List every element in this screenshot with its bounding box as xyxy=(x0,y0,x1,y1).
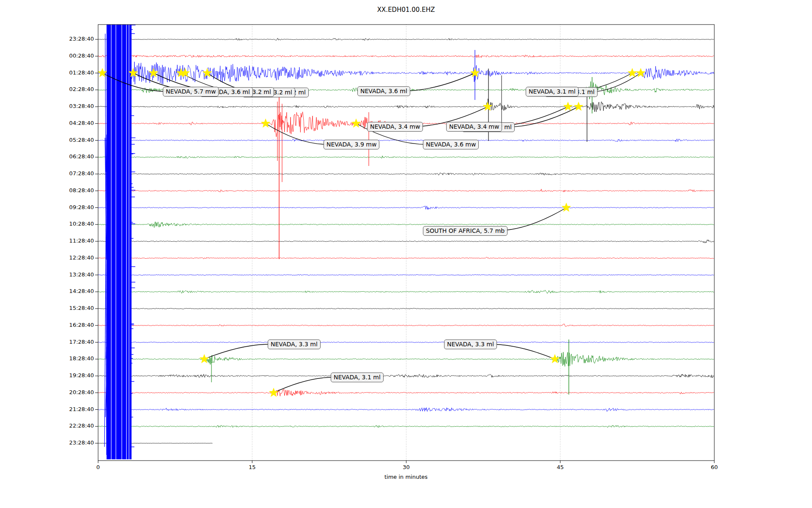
event-star xyxy=(351,119,361,128)
trace-row xyxy=(98,189,714,192)
time-label: 11:28:40 xyxy=(26,237,94,244)
x-tick-label: 0 xyxy=(81,464,115,470)
event-label: NEVADA, 3.6 ml xyxy=(357,86,410,96)
time-label: 08:28:40 xyxy=(26,187,94,193)
event-label: SOUTH OF AFRICA, 5.7 mb xyxy=(423,226,508,236)
trace-row xyxy=(98,62,714,84)
time-label: 06:28:40 xyxy=(26,153,94,160)
event-label: NEVADA, 3.1 ml xyxy=(331,373,384,382)
event-star xyxy=(261,119,271,128)
time-label: 16:28:40 xyxy=(26,322,94,328)
trace-row xyxy=(98,352,714,367)
trace-row xyxy=(98,222,714,228)
time-label: 18:28:40 xyxy=(26,355,94,362)
event-label: NEVADA, 3.6 mw xyxy=(423,140,479,149)
event-star xyxy=(636,68,646,77)
helicorder-window: XX.EDH01.00.EHZ 23:28:4000:28:4001:28:40… xyxy=(0,0,812,508)
x-tick-label: 15 xyxy=(235,464,269,470)
time-label: 15:28:40 xyxy=(26,305,94,311)
time-label: 21:28:40 xyxy=(26,406,94,412)
trace-row xyxy=(98,389,714,396)
x-tick-label: 30 xyxy=(390,464,423,470)
time-label: 00:28:40 xyxy=(26,52,94,59)
time-label: 02:28:40 xyxy=(26,86,94,92)
event-label: NEVADA, 3.3 ml xyxy=(268,340,321,349)
event-star xyxy=(269,388,279,397)
trace-row xyxy=(98,139,714,142)
helicorder-plot xyxy=(0,0,812,508)
event-star xyxy=(574,102,584,111)
trace-row xyxy=(98,342,714,343)
time-label: 23:28:40 xyxy=(26,36,94,42)
trace-row xyxy=(98,240,714,243)
time-label: 10:28:40 xyxy=(26,221,94,227)
x-axis-title: time in minutes xyxy=(321,474,491,480)
time-label: 03:28:40 xyxy=(26,103,94,109)
x-tick-label: 45 xyxy=(543,464,577,470)
event-label: NEVADA, 3.1 ml xyxy=(526,87,579,97)
trace-row xyxy=(98,99,714,112)
saturated-band xyxy=(107,25,132,459)
time-label: 09:28:40 xyxy=(26,204,94,210)
time-label: 23:28:40 xyxy=(26,439,94,446)
event-label: NEVADA, 3.4 mw xyxy=(367,122,423,132)
time-label: 19:28:40 xyxy=(26,372,94,378)
leader-line xyxy=(403,73,475,91)
leader-line xyxy=(489,344,555,359)
x-tick-label: 60 xyxy=(697,464,731,470)
trace-row xyxy=(98,274,714,275)
event-star xyxy=(98,68,107,77)
time-label: 01:28:40 xyxy=(26,69,94,76)
event-star xyxy=(200,354,209,363)
event-label: NEVADA, 3.9 mw xyxy=(324,140,379,149)
time-label: 05:28:40 xyxy=(26,137,94,143)
time-label: 20:28:40 xyxy=(26,389,94,395)
trace-row xyxy=(98,425,714,428)
time-label: 22:28:40 xyxy=(26,422,94,429)
time-label: 12:28:40 xyxy=(26,254,94,261)
event-star xyxy=(562,203,571,212)
event-label: NEVADA, 5.7 mw xyxy=(163,87,219,97)
time-label: 13:28:40 xyxy=(26,271,94,278)
event-star xyxy=(628,68,637,77)
event-label: NEVADA, 3.4 mw xyxy=(446,122,502,132)
event-star xyxy=(181,68,190,77)
time-label: 14:28:40 xyxy=(26,288,94,294)
leader-line xyxy=(204,344,271,359)
event-label: NEVADA, 3.3 ml xyxy=(444,340,497,349)
time-label: 04:28:40 xyxy=(26,120,94,126)
event-star xyxy=(563,102,573,111)
time-label: 07:28:40 xyxy=(26,170,94,177)
time-label: 17:28:40 xyxy=(26,339,94,345)
